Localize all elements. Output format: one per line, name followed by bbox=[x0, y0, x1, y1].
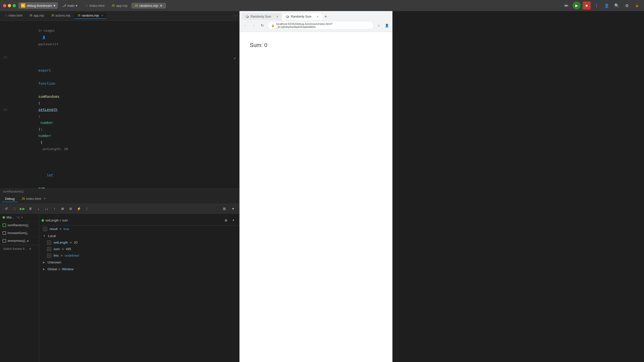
more-options-btn[interactable]: ⋮ bbox=[593, 2, 601, 10]
filter-actions: ⊕ ▾ bbox=[223, 217, 237, 224]
start-debugger-btn[interactable]: ▶ bbox=[573, 2, 581, 10]
unknown-section-header[interactable]: ▶ Unknown bbox=[39, 259, 239, 266]
resume-btn[interactable]: ▶▶ bbox=[19, 205, 26, 212]
var-icon-this: ⊡ bbox=[47, 254, 51, 258]
step-over-btn[interactable]: ↓ bbox=[35, 205, 42, 212]
step-into-btn[interactable]: ↓↓ bbox=[43, 205, 50, 212]
editor-tab-randoms-mjs-label: randoms.mjs bbox=[82, 14, 99, 17]
top-tab-index-html-label: index.html bbox=[90, 4, 104, 8]
run-split-btn[interactable]: ⏭ bbox=[562, 2, 571, 10]
pause-btn[interactable]: ⏸ bbox=[27, 205, 34, 212]
browser-chrome: 🎲 Randomly Sum ✕ 🎲 Randomly Sum ✕ + ‹ › … bbox=[240, 11, 392, 32]
traffic-lights bbox=[3, 4, 16, 7]
minimize-traffic-light[interactable] bbox=[8, 4, 11, 7]
browser-forward-btn[interactable]: › bbox=[250, 22, 257, 29]
top-bar: DL debug-livestream ▾ ⎇ main ▾ ⬡ index.h… bbox=[0, 0, 644, 11]
more-debug-btn[interactable]: ⋮ bbox=[84, 205, 90, 212]
filter-condition-text: setLength < sum bbox=[46, 219, 221, 222]
bookmark-btn[interactable]: ☆ bbox=[375, 22, 382, 29]
thread-dropdown-icon[interactable]: ▾ bbox=[21, 216, 23, 219]
editor-tabs: ⬡ index.html JS app.mjs JS actions.mjs J… bbox=[0, 11, 239, 21]
close-tab-icon[interactable]: ✕ bbox=[160, 4, 163, 8]
editor-tab-index-html[interactable]: ⬡ index.html bbox=[2, 13, 25, 19]
browser-user-btn[interactable]: 👤 bbox=[383, 22, 390, 29]
var-name-setlength: setLength bbox=[54, 241, 68, 244]
var-equals-0: = bbox=[70, 241, 72, 244]
lock-icon: 🔒 bbox=[271, 24, 275, 27]
tab-debug[interactable]: Debug bbox=[2, 196, 18, 202]
debug-toolbar-section: ↺ □ ▶▶ ⏸ ↓ ↓↓ ↑ ⊗ ⊘ ⚡ ⋮ bbox=[3, 205, 219, 212]
stop-btn[interactable]: □ bbox=[11, 205, 18, 212]
editor-tab-randoms-mjs[interactable]: JS randoms.mjs ✕ bbox=[74, 13, 106, 19]
exception-btn[interactable]: ⚡ bbox=[75, 205, 82, 212]
filter-settings-btn[interactable]: ⊕ bbox=[223, 217, 229, 224]
unknown-expand-arrow: ▶ bbox=[43, 261, 45, 264]
editor-tab-actions-mjs[interactable]: JS actions.mjs bbox=[48, 13, 73, 19]
sum-display: Sum: 0 bbox=[250, 42, 382, 49]
editor-tab-app-mjs[interactable]: JS app.mjs bbox=[26, 13, 47, 19]
thread-header: Mai... ⌥ ▾ bbox=[0, 214, 39, 221]
switch-frames-label: Switch frames fr... bbox=[3, 247, 27, 251]
browser-tabs-row: 🎲 Randomly Sum ✕ 🎲 Randomly Sum ✕ + bbox=[240, 11, 392, 20]
browser-back-btn[interactable]: ‹ bbox=[242, 22, 249, 29]
maximize-traffic-light[interactable] bbox=[13, 4, 16, 7]
editor-panel: ⬡ index.html JS app.mjs JS actions.mjs J… bbox=[0, 11, 239, 362]
top-tab-index-html[interactable]: ⬡ index.html bbox=[82, 3, 108, 9]
layout-btn[interactable]: ⊞ bbox=[221, 205, 228, 212]
browser-content: Sum: 0 bbox=[240, 32, 392, 362]
branch-selector[interactable]: ⎇ main ▾ bbox=[60, 3, 79, 9]
editor-tabs-more-btn[interactable]: ⋯ bbox=[234, 14, 237, 18]
debug-panel: Debug JS index.html ✕ ↺ □ ▶▶ ⏸ ↓ ↓↓ ↑ bbox=[0, 194, 239, 362]
call-stack-item-0[interactable]: sumRandoms(), bbox=[0, 221, 39, 229]
browser-tab-2-title: Randomly Sum bbox=[291, 15, 311, 18]
browser-reload-btn[interactable]: ↻ bbox=[259, 22, 266, 29]
thread-indicator bbox=[3, 216, 5, 219]
restart-btn[interactable]: ↺ bbox=[3, 205, 10, 212]
top-tab-app-mjs[interactable]: JS app.mjs bbox=[108, 3, 131, 9]
branch-icon: ⎇ bbox=[62, 4, 66, 8]
browser-tab-1-close[interactable]: ✕ bbox=[276, 15, 278, 18]
var-item-setlength: ⊡ setLength = 20 bbox=[39, 239, 239, 246]
filter-icon[interactable]: ⌥ bbox=[16, 216, 20, 219]
tab-close-icon[interactable]: ✕ bbox=[43, 197, 46, 200]
code-meta-line: 1+ usages 👤 pauleveritt bbox=[0, 21, 239, 54]
tab-index-html[interactable]: JS index.html ✕ bbox=[19, 196, 49, 202]
local-section-header[interactable]: ▼ Local bbox=[39, 233, 239, 239]
user-btn[interactable]: 👤 bbox=[603, 2, 611, 10]
tab-debug-label: Debug bbox=[5, 197, 15, 201]
filter-expand-btn[interactable]: ▾ bbox=[230, 217, 237, 224]
browser-panel: 🎲 Randomly Sum ✕ 🎲 Randomly Sum ✕ + ‹ › … bbox=[239, 11, 392, 362]
top-tab-randoms-mjs[interactable]: JS randoms.mjs ✕ bbox=[131, 3, 166, 9]
new-tab-btn[interactable]: + bbox=[322, 13, 329, 20]
step-out-btn[interactable]: ↑ bbox=[51, 205, 58, 212]
breadcrumb: sumRandoms() bbox=[0, 189, 239, 194]
call-stack-item-2[interactable]: anonymous(), a bbox=[0, 237, 39, 245]
plugin-btn[interactable]: ◈ bbox=[633, 2, 641, 10]
var-name-sum: sum bbox=[54, 247, 60, 251]
breadcrumb-text: sumRandoms() bbox=[3, 190, 24, 193]
call-stack: Mai... ⌥ ▾ sumRandoms(), increaseSum(), bbox=[0, 214, 39, 362]
branch-name: main bbox=[67, 4, 74, 8]
browser-tab-1[interactable]: 🎲 Randomly Sum ✕ bbox=[242, 13, 282, 20]
url-bar[interactable]: 🔒 localhost:63342/debug-livestream/index… bbox=[267, 21, 374, 30]
browser-tab-2[interactable]: 🎲 Randomly Sum ✕ bbox=[282, 13, 322, 20]
html-tab-icon: ⬡ bbox=[5, 14, 7, 17]
close-traffic-light[interactable] bbox=[3, 4, 6, 7]
expand-debug-btn[interactable]: ▾ bbox=[230, 205, 236, 212]
search-btn[interactable]: 🔍 bbox=[613, 2, 621, 10]
project-badge[interactable]: DL debug-livestream ▾ bbox=[18, 2, 58, 9]
settings-btn[interactable]: ⚙ bbox=[623, 2, 631, 10]
clear-breakpoints-btn[interactable]: ⊘ bbox=[67, 205, 74, 212]
editor-close-tab-icon[interactable]: ✕ bbox=[101, 14, 103, 17]
call-stack-item-1[interactable]: increaseSum(), bbox=[0, 229, 39, 237]
url-actions: ☆ 👤 bbox=[375, 22, 390, 29]
stop-debugger-btn[interactable]: ■ bbox=[583, 2, 591, 10]
var-item-this: ⊡ this = undefined bbox=[39, 252, 239, 259]
switch-frames-close[interactable]: ✕ bbox=[29, 247, 31, 251]
browser-tab-2-close[interactable]: ✕ bbox=[316, 15, 319, 18]
branch-dropdown-icon: ▾ bbox=[76, 4, 77, 8]
global-section-header[interactable]: ▶ Global = Window bbox=[39, 266, 239, 273]
disconnect-btn[interactable]: ⊗ bbox=[59, 205, 66, 212]
stack-item-0-label: sumRandoms(), bbox=[8, 223, 29, 227]
global-expand-arrow: ▶ bbox=[43, 268, 45, 270]
